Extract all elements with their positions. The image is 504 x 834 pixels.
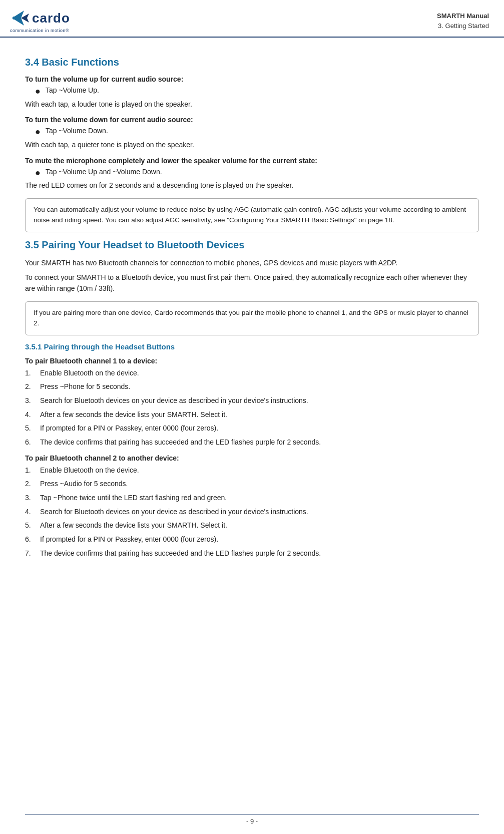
note-box-3-5: If you are pairing more than one device,… <box>25 301 479 335</box>
bullet-dot-2: ● <box>35 127 41 138</box>
logo-area: cardo communication in motion® <box>10 9 70 33</box>
brand-name: cardo <box>32 11 70 26</box>
section-title: 3. Getting Started <box>437 21 489 31</box>
list-item: 5.If prompted for a PIN or Passkey, ente… <box>25 423 479 434</box>
heading-3-5: 3.5 Pairing Your Headset to Bluetooth De… <box>25 239 479 251</box>
step-text: If prompted for a PIN or Passkey, enter … <box>40 423 218 434</box>
ch2-label: To pair Bluetooth channel 2 to another d… <box>25 454 479 462</box>
list-item: 2.Press ~Phone for 5 seconds. <box>25 381 479 392</box>
step-text: After a few seconds the device lists you… <box>40 520 227 531</box>
vol-down-bullet-text: Tap ~Volume Down. <box>46 127 108 135</box>
page-header: cardo communication in motion® SMARTH Ma… <box>0 0 504 38</box>
step-number: 4. <box>25 507 40 518</box>
step-number: 1. <box>25 368 40 379</box>
cardo-logo-icon <box>10 9 29 28</box>
cardo-logo: cardo communication in motion® <box>10 9 70 33</box>
ch1-steps-list: 1.Enable Bluetooth on the device.2.Press… <box>25 368 479 448</box>
step-text: If prompted for a PIN or Passkey, enter … <box>40 534 218 545</box>
bullet-dot: ● <box>35 86 41 97</box>
step-number: 5. <box>25 423 40 434</box>
step-number: 2. <box>25 381 40 392</box>
vol-down-body: With each tap, a quieter tone is played … <box>25 140 479 151</box>
section-3-5: 3.5 Pairing Your Headset to Bluetooth De… <box>25 239 479 335</box>
list-item: 2.Press ~Audio for 5 seconds. <box>25 479 479 490</box>
list-item: 1.Enable Bluetooth on the device. <box>25 368 479 379</box>
heading-3-5-1: 3.5.1 Pairing through the Headset Button… <box>25 342 479 351</box>
step-number: 4. <box>25 409 40 421</box>
vol-down-label: To turn the volume down for current audi… <box>25 116 479 124</box>
s3-5-body1: Your SMARTH has two Bluetooth channels f… <box>25 258 479 269</box>
step-number: 3. <box>25 493 40 504</box>
svg-point-2 <box>13 17 16 20</box>
step-text: Enable Bluetooth on the device. <box>40 368 139 379</box>
header-info: SMARTH Manual 3. Getting Started <box>437 11 489 31</box>
note-3-4-text: You can automatically adjust your volume… <box>34 206 466 224</box>
step-text: Search for Bluetooth devices on your dev… <box>40 395 308 406</box>
page-number: - 9 - <box>246 817 258 825</box>
step-number: 7. <box>25 548 40 559</box>
page-footer: - 9 - <box>25 814 479 825</box>
s3-5-body2: To connect your SMARTH to a Bluetooth de… <box>25 272 479 294</box>
step-text: Enable Bluetooth on the device. <box>40 465 139 476</box>
section-3-5-1: 3.5.1 Pairing through the Headset Button… <box>25 342 479 559</box>
list-item: 1.Enable Bluetooth on the device. <box>25 465 479 476</box>
ch2-steps-list: 1.Enable Bluetooth on the device.2.Press… <box>25 465 479 559</box>
list-item: 4.After a few seconds the device lists y… <box>25 409 479 421</box>
list-item: 4.Search for Bluetooth devices on your d… <box>25 507 479 518</box>
bullet-dot-3: ● <box>35 168 41 179</box>
ch1-label: To pair Bluetooth channel 1 to a device: <box>25 357 479 365</box>
section-3-4: 3.4 Basic Functions To turn the volume u… <box>25 57 479 232</box>
list-item: 7.The device confirms that pairing has s… <box>25 548 479 559</box>
vol-up-label: To turn the volume up for current audio … <box>25 75 479 83</box>
manual-title: SMARTH Manual <box>437 11 489 21</box>
step-text: Tap ~Phone twice until the LED start fla… <box>40 493 227 504</box>
step-text: The device confirms that pairing has suc… <box>40 548 321 559</box>
list-item: 5.After a few seconds the device lists y… <box>25 520 479 531</box>
step-text: The device confirms that pairing has suc… <box>40 437 321 448</box>
step-number: 3. <box>25 395 40 406</box>
list-item: 3.Search for Bluetooth devices on your d… <box>25 395 479 406</box>
mute-label: To mute the microphone completely and lo… <box>25 157 479 165</box>
list-item: 3.Tap ~Phone twice until the LED start f… <box>25 493 479 504</box>
step-number: 5. <box>25 520 40 531</box>
vol-up-body: With each tap, a louder tone is played o… <box>25 99 479 110</box>
mute-bullet-text: Tap ~Volume Up and ~Volume Down. <box>46 168 162 176</box>
step-number: 2. <box>25 479 40 490</box>
step-text: After a few seconds the device lists you… <box>40 409 227 421</box>
list-item: 6.The device confirms that pairing has s… <box>25 437 479 448</box>
heading-3-4: 3.4 Basic Functions <box>25 57 479 68</box>
vol-up-bullet-text: Tap ~Volume Up. <box>46 86 99 94</box>
mute-body: The red LED comes on for 2 seconds and a… <box>25 180 479 191</box>
note-box-3-4: You can automatically adjust your volume… <box>25 198 479 232</box>
step-number: 6. <box>25 437 40 448</box>
list-item: 6.If prompted for a PIN or Passkey, ente… <box>25 534 479 545</box>
step-number: 1. <box>25 465 40 476</box>
step-number: 6. <box>25 534 40 545</box>
main-content: 3.4 Basic Functions To turn the volume u… <box>0 38 504 582</box>
step-text: Press ~Audio for 5 seconds. <box>40 479 128 490</box>
mute-bullet-item: ● Tap ~Volume Up and ~Volume Down. <box>35 168 479 179</box>
vol-up-bullet-item: ● Tap ~Volume Up. <box>35 86 479 97</box>
step-text: Press ~Phone for 5 seconds. <box>40 381 130 392</box>
brand-tagline: communication in motion® <box>10 28 69 33</box>
note-3-5-text: If you are pairing more than one device,… <box>34 309 468 327</box>
vol-down-bullet-item: ● Tap ~Volume Down. <box>35 127 479 138</box>
step-text: Search for Bluetooth devices on your dev… <box>40 507 308 518</box>
